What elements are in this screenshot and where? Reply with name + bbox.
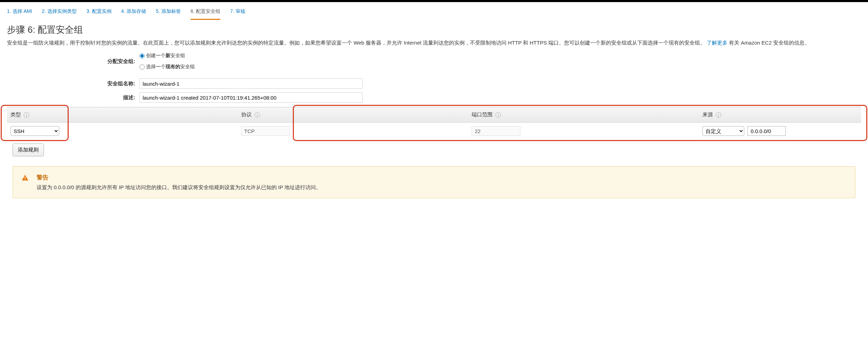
rules-table: 类型 i 协议 i 端口范围 i 来源 i — [7, 107, 861, 139]
radio-select-after: 安全组 — [180, 64, 195, 69]
th-port-text: 端口范围 — [472, 111, 493, 117]
sg-name-label: 安全组名称: — [7, 80, 139, 87]
assign-label: 分配安全组: — [7, 58, 139, 65]
svg-rect-1 — [25, 179, 25, 180]
warning-box: 警告 设置为 0.0.0.0/0 的源规则允许所有 IP 地址访问您的接口。我们… — [13, 166, 855, 198]
rule-row: SSH TCP 22 自定义 — [7, 123, 861, 140]
radio-create-new[interactable]: 创建一个新安全组 — [139, 53, 195, 59]
rule-source-select[interactable]: 自定义 — [702, 126, 744, 136]
radio-create-after: 安全组 — [170, 53, 185, 58]
learn-more-link[interactable]: 了解更多 — [707, 40, 728, 46]
radio-select-before: 选择一个 — [146, 64, 166, 69]
radio-select-input[interactable] — [139, 64, 145, 70]
rule-port-field: 22 — [472, 126, 520, 136]
desc-text-after: 有关 Amazon EC2 安全组的信息。 — [728, 40, 810, 46]
desc-text-before: 安全组是一组防火墙规则，用于控制针对您的实例的流量。在此页面上，您可以添加规则来… — [7, 40, 705, 46]
th-port-range: 端口范围 i — [468, 107, 699, 123]
radio-create-input[interactable] — [139, 53, 145, 59]
assign-security-group-row: 分配安全组: 创建一个新安全组 选择一个现有的安全组 — [7, 53, 861, 70]
radio-create-text: 创建一个新安全组 — [146, 53, 185, 59]
info-icon[interactable]: i — [716, 112, 721, 118]
radio-create-before: 创建一个 — [146, 53, 166, 58]
svg-rect-0 — [25, 177, 25, 178]
radio-select-text: 选择一个现有的安全组 — [146, 64, 195, 70]
rule-source-input[interactable] — [747, 126, 786, 136]
sg-desc-input[interactable] — [139, 92, 363, 103]
wizard-step-4[interactable]: 4. 添加存储 — [121, 8, 146, 20]
wizard-step-6-active[interactable]: 6. 配置安全组 — [191, 8, 221, 20]
wizard-step-5[interactable]: 5. 添加标签 — [156, 8, 181, 20]
rule-protocol-field: TCP — [241, 126, 290, 136]
th-protocol: 协议 i — [238, 107, 469, 123]
warning-title: 警告 — [37, 173, 321, 181]
add-rule-button[interactable]: 添加规则 — [13, 144, 44, 156]
radio-select-bold: 现有的 — [166, 64, 180, 69]
wizard-step-2[interactable]: 2. 选择实例类型 — [42, 8, 77, 20]
th-type-text: 类型 — [10, 111, 21, 117]
info-icon[interactable]: i — [254, 112, 260, 118]
wizard-tabs: 1. 选择 AMI 2. 选择实例类型 3. 配置实例 4. 添加存储 5. 添… — [0, 2, 868, 20]
th-source-text: 来源 — [702, 111, 713, 117]
wizard-step-1[interactable]: 1. 选择 AMI — [7, 8, 32, 20]
radio-create-bold: 新 — [166, 53, 170, 58]
info-icon[interactable]: i — [495, 112, 501, 118]
th-protocol-text: 协议 — [241, 111, 252, 117]
sg-name-row: 安全组名称: — [7, 78, 861, 89]
wizard-step-7[interactable]: 7. 审核 — [230, 8, 245, 20]
wizard-step-3[interactable]: 3. 配置实例 — [86, 8, 112, 20]
radio-select-existing[interactable]: 选择一个现有的安全组 — [139, 64, 195, 70]
rules-table-wrap: 类型 i 协议 i 端口范围 i 来源 i — [7, 107, 861, 139]
page-description: 安全组是一组防火墙规则，用于控制针对您的实例的流量。在此页面上，您可以添加规则来… — [7, 39, 861, 47]
page-title: 步骤 6: 配置安全组 — [7, 24, 861, 36]
sg-desc-label: 描述: — [7, 94, 139, 101]
warning-icon — [21, 174, 29, 184]
th-type: 类型 i — [7, 107, 238, 123]
th-source: 来源 i — [699, 107, 861, 123]
sg-name-input[interactable] — [139, 78, 363, 89]
info-icon[interactable]: i — [24, 112, 29, 118]
sg-desc-row: 描述: — [7, 92, 861, 103]
main-content: 步骤 6: 配置安全组 安全组是一组防火墙规则，用于控制针对您的实例的流量。在此… — [0, 20, 868, 205]
warning-text: 设置为 0.0.0.0/0 的源规则允许所有 IP 地址访问您的接口。我们建议将… — [37, 184, 321, 191]
rule-type-select[interactable]: SSH — [10, 126, 59, 136]
